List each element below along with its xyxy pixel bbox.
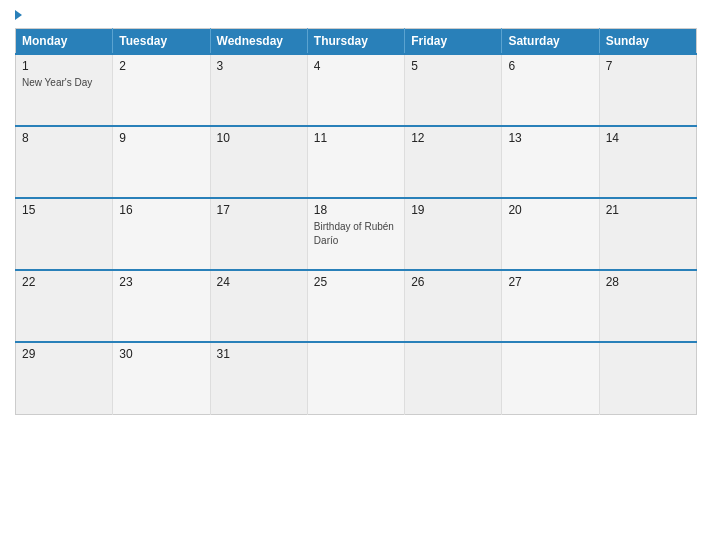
calendar-cell: 19 [405, 198, 502, 270]
calendar-cell: 11 [307, 126, 404, 198]
calendar-cell: 2 [113, 54, 210, 126]
day-number: 24 [217, 275, 301, 289]
day-of-week-header: Sunday [599, 29, 696, 55]
day-number: 5 [411, 59, 495, 73]
day-number: 30 [119, 347, 203, 361]
calendar-week-row: 891011121314 [16, 126, 697, 198]
calendar-cell: 4 [307, 54, 404, 126]
calendar-week-row: 1New Year's Day234567 [16, 54, 697, 126]
calendar-cell: 31 [210, 342, 307, 414]
day-number: 6 [508, 59, 592, 73]
calendar-week-row: 22232425262728 [16, 270, 697, 342]
calendar-cell: 8 [16, 126, 113, 198]
calendar-cell [405, 342, 502, 414]
day-number: 16 [119, 203, 203, 217]
calendar-cell: 6 [502, 54, 599, 126]
logo-blue-text [15, 10, 24, 20]
day-number: 3 [217, 59, 301, 73]
calendar-cell: 3 [210, 54, 307, 126]
calendar-cell: 24 [210, 270, 307, 342]
calendar-cell: 21 [599, 198, 696, 270]
calendar-cell: 18Birthday of Rubén Darío [307, 198, 404, 270]
day-of-week-header: Monday [16, 29, 113, 55]
calendar-body: 1New Year's Day2345678910111213141516171… [16, 54, 697, 414]
day-number: 10 [217, 131, 301, 145]
day-number: 28 [606, 275, 690, 289]
day-number: 26 [411, 275, 495, 289]
calendar-cell: 10 [210, 126, 307, 198]
calendar-cell: 13 [502, 126, 599, 198]
calendar-cell [502, 342, 599, 414]
calendar-cell [307, 342, 404, 414]
day-number: 15 [22, 203, 106, 217]
day-number: 23 [119, 275, 203, 289]
calendar-cell: 22 [16, 270, 113, 342]
day-number: 13 [508, 131, 592, 145]
calendar-cell: 5 [405, 54, 502, 126]
day-number: 14 [606, 131, 690, 145]
calendar-cell: 26 [405, 270, 502, 342]
calendar-cell: 9 [113, 126, 210, 198]
logo-triangle-icon [15, 10, 22, 20]
calendar-cell: 1New Year's Day [16, 54, 113, 126]
day-number: 18 [314, 203, 398, 217]
calendar-cell: 30 [113, 342, 210, 414]
day-number: 17 [217, 203, 301, 217]
day-of-week-header: Friday [405, 29, 502, 55]
calendar-week-row: 293031 [16, 342, 697, 414]
calendar-cell: 17 [210, 198, 307, 270]
calendar-cell: 15 [16, 198, 113, 270]
day-number: 9 [119, 131, 203, 145]
calendar-cell [599, 342, 696, 414]
logo [15, 10, 24, 20]
calendar-cell: 28 [599, 270, 696, 342]
day-of-week-header: Wednesday [210, 29, 307, 55]
calendar-cell: 27 [502, 270, 599, 342]
calendar-cell: 12 [405, 126, 502, 198]
day-of-week-row: MondayTuesdayWednesdayThursdayFridaySatu… [16, 29, 697, 55]
day-number: 29 [22, 347, 106, 361]
day-number: 11 [314, 131, 398, 145]
event-label: Birthday of Rubén Darío [314, 221, 394, 246]
day-of-week-header: Tuesday [113, 29, 210, 55]
calendar-cell: 20 [502, 198, 599, 270]
day-number: 8 [22, 131, 106, 145]
calendar-page: MondayTuesdayWednesdayThursdayFridaySatu… [0, 0, 712, 550]
header [15, 10, 697, 20]
calendar-cell: 7 [599, 54, 696, 126]
calendar-cell: 14 [599, 126, 696, 198]
calendar-cell: 16 [113, 198, 210, 270]
day-number: 22 [22, 275, 106, 289]
day-of-week-header: Saturday [502, 29, 599, 55]
day-number: 21 [606, 203, 690, 217]
day-number: 2 [119, 59, 203, 73]
calendar-cell: 29 [16, 342, 113, 414]
calendar-table: MondayTuesdayWednesdayThursdayFridaySatu… [15, 28, 697, 415]
day-number: 25 [314, 275, 398, 289]
day-number: 7 [606, 59, 690, 73]
calendar-cell: 23 [113, 270, 210, 342]
day-number: 27 [508, 275, 592, 289]
day-number: 20 [508, 203, 592, 217]
day-of-week-header: Thursday [307, 29, 404, 55]
day-number: 31 [217, 347, 301, 361]
day-number: 19 [411, 203, 495, 217]
day-number: 1 [22, 59, 106, 73]
day-number: 12 [411, 131, 495, 145]
day-number: 4 [314, 59, 398, 73]
calendar-cell: 25 [307, 270, 404, 342]
event-label: New Year's Day [22, 77, 92, 88]
calendar-week-row: 15161718Birthday of Rubén Darío192021 [16, 198, 697, 270]
